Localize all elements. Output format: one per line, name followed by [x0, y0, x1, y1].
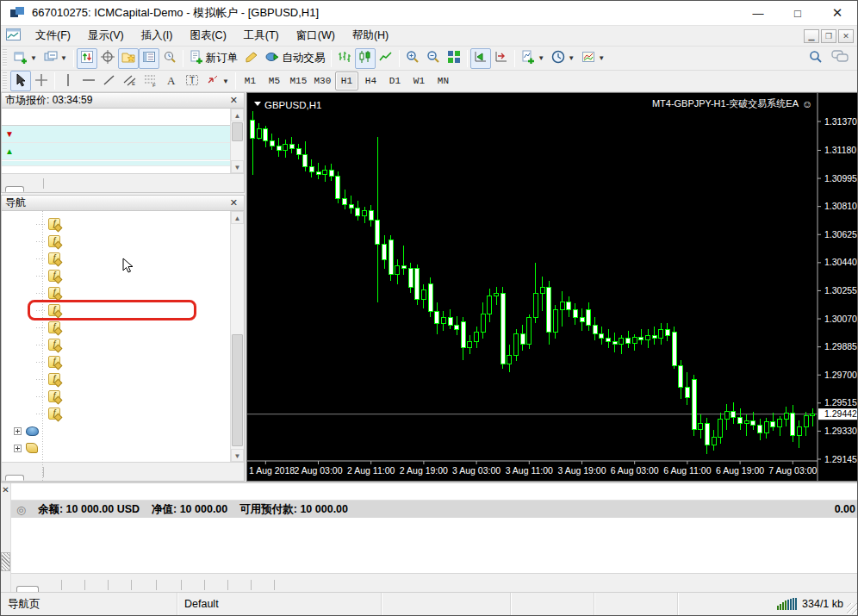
- chevron-down-icon[interactable]: ▼: [30, 54, 37, 62]
- menu-item[interactable]: 图表(C): [181, 26, 234, 46]
- menu-item[interactable]: 插入(I): [133, 26, 182, 46]
- chat-icon[interactable]: [831, 50, 849, 66]
- zoom-in-button[interactable]: [402, 48, 423, 69]
- navigator-tab[interactable]: [24, 475, 43, 481]
- period-button-d1[interactable]: D1: [383, 72, 407, 90]
- navigator-item-osma[interactable]: ƒ: [2, 319, 230, 336]
- close-icon[interactable]: ✕: [2, 483, 9, 495]
- chart-shift-button[interactable]: [491, 48, 512, 69]
- navigator-item-momentum[interactable]: ƒ: [2, 284, 230, 302]
- navigator-tab[interactable]: [5, 475, 24, 481]
- scroll-up-icon[interactable]: ▲: [231, 109, 244, 121]
- trendline-tool-button[interactable]: [99, 71, 120, 91]
- period-button-mn[interactable]: MN: [432, 72, 455, 90]
- expand-icon[interactable]: [14, 445, 22, 452]
- text-tool-button[interactable]: A: [161, 71, 182, 91]
- indicators-button[interactable]: ▼: [518, 48, 548, 69]
- chart-line-button[interactable]: [376, 48, 396, 69]
- close-icon[interactable]: ✕: [227, 95, 240, 106]
- mdi-minimize-button[interactable]: ▁: [804, 29, 819, 43]
- toolbar-grip[interactable]: [3, 49, 7, 68]
- navigator-item-macd[interactable]: ƒ: [2, 267, 230, 284]
- chevron-down-icon[interactable]: ▼: [222, 78, 229, 85]
- navigator-group-scripts[interactable]: [2, 439, 230, 457]
- period-button-m1[interactable]: M1: [239, 72, 262, 90]
- table-row-gbpusd[interactable]: ▲: [2, 143, 230, 160]
- market-watch-scrollbar[interactable]: ▲ ▼: [230, 109, 244, 173]
- navigator-item-heiken-ashi[interactable]: ƒ: [2, 215, 230, 233]
- metaeditor-button[interactable]: [241, 48, 262, 69]
- tile-windows-button[interactable]: [444, 48, 464, 69]
- close-icon[interactable]: ✕: [227, 197, 240, 208]
- menu-item[interactable]: 帮助(H): [344, 26, 397, 46]
- status-profile[interactable]: Default: [177, 593, 382, 615]
- zoom-out-button[interactable]: [423, 48, 444, 69]
- scroll-up-icon[interactable]: ▲: [231, 211, 244, 224]
- cursor-tool-button[interactable]: [10, 71, 31, 91]
- expand-icon[interactable]: [14, 427, 22, 435]
- profiles-button[interactable]: ▼: [40, 48, 71, 69]
- scroll-down-icon[interactable]: ▼: [231, 160, 244, 173]
- period-button-h4[interactable]: H4: [359, 72, 382, 90]
- period-button-w1[interactable]: W1: [407, 72, 431, 90]
- chart-candles-button[interactable]: [355, 48, 376, 69]
- navigator-item-tmr[interactable]: ƒ: [2, 388, 230, 405]
- navigator-item-iexposure[interactable]: ƒ: [2, 250, 230, 267]
- chevron-down-icon[interactable]: ▼: [538, 54, 544, 62]
- search-icon[interactable]: [809, 50, 823, 66]
- new-order-button[interactable]: 新订单: [186, 48, 242, 69]
- close-button[interactable]: ✕: [818, 1, 857, 25]
- chevron-down-icon[interactable]: ▼: [568, 54, 575, 62]
- period-button-m15[interactable]: M15: [287, 72, 310, 90]
- mdi-close-button[interactable]: ✕: [838, 29, 854, 43]
- strategy-tester-button[interactable]: [159, 48, 180, 69]
- toolbar-grip[interactable]: [3, 72, 7, 89]
- navigator-item-parabolic[interactable]: ƒ: [2, 336, 230, 353]
- fibonacci-tool-button[interactable]: F: [140, 71, 161, 91]
- chevron-down-icon[interactable]: ▼: [60, 54, 67, 62]
- templates-button[interactable]: ▼: [578, 48, 608, 69]
- arrows-tool-icon: [206, 73, 220, 90]
- menu-item[interactable]: 窗口(W): [288, 26, 344, 46]
- navigator-item-rsi[interactable]: ƒ: [2, 353, 230, 370]
- period-button-m30[interactable]: M30: [311, 72, 334, 90]
- menu-item[interactable]: 工具(T): [235, 26, 288, 46]
- market-watch-button[interactable]: [77, 48, 97, 69]
- channel-tool-button[interactable]: E: [120, 71, 140, 91]
- market-watch-tab[interactable]: [5, 186, 24, 192]
- table-row-usdchf[interactable]: ▼: [2, 126, 230, 143]
- resize-grip[interactable]: [847, 603, 858, 614]
- candlestick-chart[interactable]: 1.313701.311801.309951.308101.306251.304…: [247, 93, 858, 481]
- navigator-scrollbar[interactable]: ▲ ▼: [230, 211, 244, 462]
- navigator-item-ichimoku[interactable]: ƒ: [2, 233, 230, 250]
- navigator-group-ea[interactable]: [2, 422, 230, 439]
- data-window-button[interactable]: [97, 48, 118, 69]
- minimize-button[interactable]: —: [738, 1, 778, 25]
- navigator-item-mt4-2018-[interactable]: ƒ: [2, 302, 230, 319]
- market-watch-tab[interactable]: [24, 186, 43, 192]
- arrows-tool-button[interactable]: ▼: [202, 71, 233, 91]
- period-button-m5[interactable]: M5: [263, 72, 286, 90]
- scroll-down-icon[interactable]: ▼: [231, 449, 244, 462]
- text-label-tool-button[interactable]: T: [182, 71, 202, 91]
- drag-handle[interactable]: [1, 552, 10, 571]
- hline-tool-button[interactable]: [78, 71, 99, 91]
- autotrading-button[interactable]: 自动交易: [262, 48, 328, 69]
- chevron-down-icon[interactable]: ▼: [598, 54, 605, 62]
- period-button-h1[interactable]: H1: [335, 72, 358, 90]
- chart-bars-button[interactable]: [334, 48, 355, 69]
- new-chart-button[interactable]: ▼: [10, 48, 40, 69]
- menu-item[interactable]: 显示(V): [79, 26, 133, 46]
- crosshair-tool-button[interactable]: [31, 71, 52, 91]
- periods-menu-button[interactable]: ▼: [548, 48, 578, 69]
- maximize-button[interactable]: □: [778, 1, 818, 25]
- chart-area[interactable]: 1.313701.311801.309951.308101.306251.304…: [246, 92, 858, 482]
- mdi-restore-button[interactable]: ❐: [821, 29, 836, 43]
- menu-item[interactable]: 文件(F): [27, 26, 79, 46]
- terminal-button[interactable]: [139, 48, 159, 69]
- auto-scroll-button[interactable]: [470, 48, 491, 69]
- vline-tool-button[interactable]: [58, 71, 78, 91]
- navigator-item-zigzag[interactable]: ƒ: [2, 405, 230, 422]
- navigator-item-stochastic[interactable]: ƒ: [2, 370, 230, 388]
- navigator-button[interactable]: [118, 48, 139, 69]
